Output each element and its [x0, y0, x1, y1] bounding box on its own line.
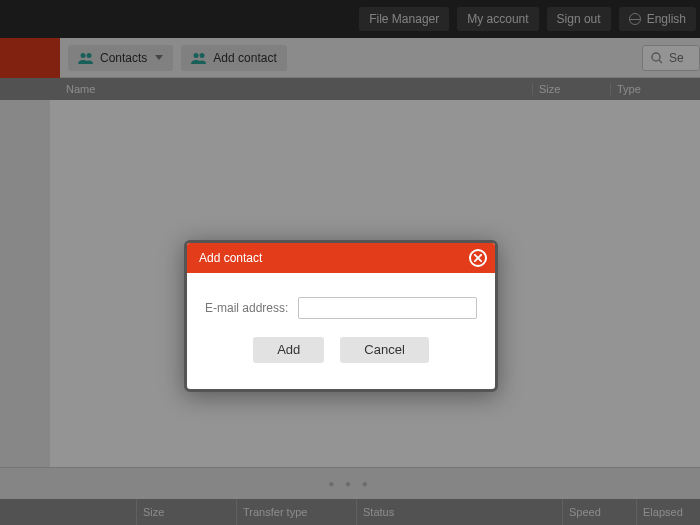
email-field[interactable]	[298, 297, 477, 319]
close-icon	[474, 254, 482, 262]
add-contact-dialog: Add contact E-mail address: Add Cancel	[184, 240, 498, 392]
email-label: E-mail address:	[205, 301, 288, 315]
cancel-button[interactable]: Cancel	[340, 337, 428, 363]
close-button[interactable]	[469, 249, 487, 267]
add-button-label: Add	[277, 342, 300, 357]
dialog-header: Add contact	[187, 243, 495, 273]
dialog-body: E-mail address: Add Cancel	[187, 273, 495, 389]
cancel-button-label: Cancel	[364, 342, 404, 357]
dialog-title: Add contact	[199, 251, 469, 265]
add-button[interactable]: Add	[253, 337, 324, 363]
